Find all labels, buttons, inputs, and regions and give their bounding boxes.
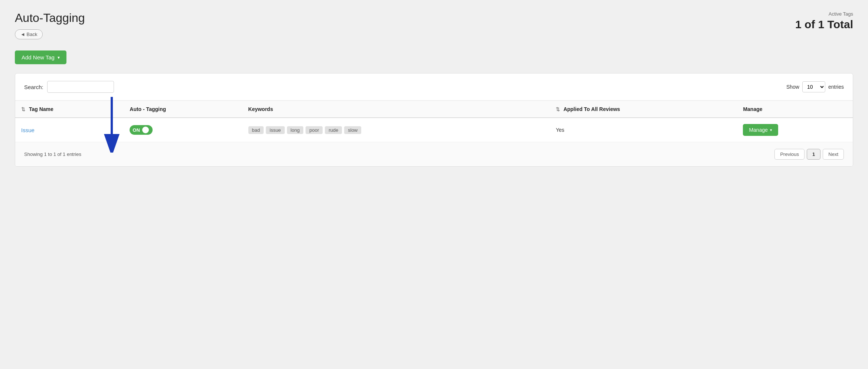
auto-tagging-toggle[interactable]: ON xyxy=(130,125,153,135)
col-header-tag-name[interactable]: ⇅ Tag Name xyxy=(15,101,124,118)
col-header-manage: Manage xyxy=(737,101,853,118)
toggle-label: ON xyxy=(133,127,140,133)
keyword-tag: issue xyxy=(266,126,284,134)
page-1-button[interactable]: 1 xyxy=(807,149,820,160)
sort-icon-applied: ⇅ xyxy=(556,107,560,112)
table-row: IssueONbadissuelongpoorrudeslowYesManage… xyxy=(15,118,853,142)
toggle-circle xyxy=(142,127,149,133)
add-new-tag-label: Add New Tag xyxy=(22,54,55,61)
previous-button[interactable]: Previous xyxy=(774,149,805,160)
keyword-tag: bad xyxy=(248,126,264,134)
data-table: ⇅ Tag Name Auto - Tagging Keywords ⇅ App… xyxy=(15,101,853,142)
page-title: Auto-Tagging xyxy=(15,11,85,25)
back-button[interactable]: ◄ Back xyxy=(15,29,43,39)
table-wrapper: ⇅ Tag Name Auto - Tagging Keywords ⇅ App… xyxy=(15,101,853,142)
tag-name-link[interactable]: Issue xyxy=(21,127,35,133)
keyword-tag: poor xyxy=(306,126,323,134)
search-input[interactable] xyxy=(47,81,114,93)
col-header-keywords: Keywords xyxy=(242,101,550,118)
active-tags-label: Active Tags xyxy=(795,11,853,17)
keyword-tag: rude xyxy=(325,126,342,134)
keyword-tags: badissuelongpoorrudeslow xyxy=(248,126,544,134)
add-new-tag-chevron: ▾ xyxy=(58,55,60,60)
search-group: Search: xyxy=(24,81,114,93)
keyword-tag: long xyxy=(287,126,304,134)
col-header-auto-tagging: Auto - Tagging xyxy=(124,101,242,118)
sort-icon-tag-name: ⇅ xyxy=(21,107,25,112)
add-new-tag-button[interactable]: Add New Tag ▾ xyxy=(15,50,66,64)
table-footer: Showing 1 to 1 of 1 entries Previous 1 N… xyxy=(15,142,853,166)
entries-label: entries xyxy=(828,84,844,90)
active-tags-count: 1 of 1 Total xyxy=(795,18,853,31)
showing-text: Showing 1 to 1 of 1 entries xyxy=(24,151,81,157)
manage-button[interactable]: Manage▾ xyxy=(743,124,778,136)
manage-label: Manage xyxy=(749,127,768,133)
table-card: Search: Show 10 25 50 100 entries xyxy=(15,73,853,167)
applied-to-all-value: Yes xyxy=(556,127,564,133)
pagination: Previous 1 Next xyxy=(774,149,844,160)
manage-chevron-icon: ▾ xyxy=(770,128,772,133)
col-header-applied-to-all[interactable]: ⇅ Applied To All Reviews xyxy=(550,101,737,118)
show-select[interactable]: 10 25 50 100 xyxy=(802,81,825,92)
show-label: Show xyxy=(786,84,799,90)
show-group: Show 10 25 50 100 entries xyxy=(786,81,844,92)
search-label: Search: xyxy=(24,84,43,90)
next-button[interactable]: Next xyxy=(823,149,844,160)
keyword-tag: slow xyxy=(344,126,361,134)
table-controls: Search: Show 10 25 50 100 entries xyxy=(15,74,853,101)
